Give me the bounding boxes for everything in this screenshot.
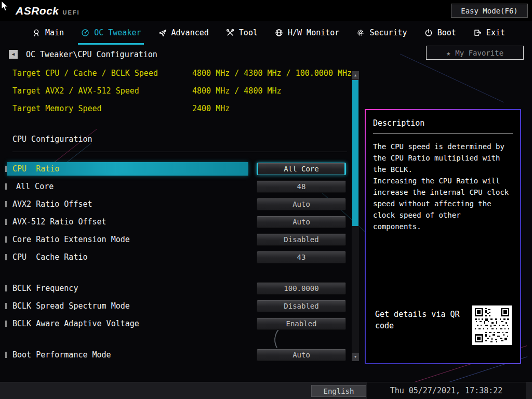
my-favorite-button[interactable]: ★ My Favorite [426, 46, 524, 60]
tab-label: Exit [486, 28, 505, 37]
scroll-down-button[interactable]: ▼ [352, 353, 359, 361]
setting-row-cpu-ratio[interactable]: CPU Ratio All Core [0, 162, 360, 176]
setting-label: CPU Ratio [12, 162, 59, 176]
item-marker-icon [5, 219, 7, 225]
uefi-screen: ASRock UEFI Easy Mode(F6) Main OC Tweake… [0, 0, 532, 399]
gear-icon [356, 29, 365, 37]
rocket-icon [158, 29, 167, 37]
asrock-logo: ASRock UEFI [16, 5, 80, 17]
scrollbar[interactable]: ▲ ▼ [352, 71, 359, 361]
my-favorite-label: My Favorite [455, 49, 503, 57]
tab-advanced[interactable]: Advanced [158, 21, 209, 45]
target-value: 2400 MHz [192, 103, 230, 114]
setting-row-core-ratio-extension-mode[interactable]: Core Ratio Extension Mode Disabled [0, 233, 360, 246]
setting-value-button[interactable]: 100.0000 [257, 282, 346, 295]
mouse-cursor [1, 1, 10, 11]
tab-label: OC Tweaker [94, 28, 141, 37]
tab-label: H/W Monitor [288, 28, 339, 37]
setting-row-all-core[interactable]: All Core 48 [0, 180, 360, 193]
target-label: Target AVX2 / AVX-512 Speed [12, 86, 139, 96]
setting-label: Boot Performance Mode [12, 348, 111, 362]
wrench-icon [226, 29, 234, 37]
item-marker-icon [5, 285, 7, 291]
setting-row-bclk-frequency[interactable]: BCLK Frequency 100.0000 [0, 282, 360, 295]
description-title: Description [373, 118, 513, 128]
breadcrumb: OC Tweaker\CPU Configuration [26, 50, 157, 59]
setting-label: BCLK Aware Adaptive Voltage [12, 317, 139, 330]
qr-section: Get details via QR code [375, 305, 512, 345]
item-marker-icon [5, 183, 7, 190]
tab-tool[interactable]: Tool [226, 21, 258, 45]
setting-value-button[interactable]: 48 [257, 180, 346, 193]
status-bar: English Thu 05/27/2021, 17:38:22 [0, 382, 532, 399]
power-icon [424, 29, 433, 37]
target-speeds: Target CPU / Cache / BCLK Speed 4800 MHz… [12, 68, 355, 121]
target-row-cpu: Target CPU / Cache / BCLK Speed 4800 MHz… [12, 68, 355, 86]
tab-main[interactable]: Main [32, 21, 64, 45]
setting-row-avx512-ratio-offset[interactable]: AVX-512 Ratio Offset Auto [0, 215, 360, 229]
uefi-text: UEFI [63, 9, 80, 16]
tab-oc-tweaker[interactable]: OC Tweaker [81, 21, 141, 45]
gauge-icon [81, 29, 89, 37]
setting-row-boot-performance-mode[interactable]: Boot Performance Mode Auto [0, 348, 360, 362]
setting-value-button[interactable]: Disabled [257, 233, 346, 246]
setting-value-button[interactable]: 43 [257, 251, 346, 263]
target-value: 4800 MHz / 4300 MHz / 100.0000 MHz [192, 68, 352, 78]
tab-exit[interactable]: Exit [473, 21, 505, 45]
setting-value-button[interactable]: Auto [257, 349, 346, 361]
description-divider [373, 134, 513, 134]
setting-label: All Core [16, 180, 54, 193]
setting-row-bclk-spread-spectrum-mode[interactable]: BCLK Spread Spectrum Mode Disabled [0, 299, 360, 313]
medal-icon [32, 29, 41, 37]
setting-label: Core Ratio Extension Mode [12, 233, 130, 246]
back-button[interactable]: ◀ [9, 50, 18, 59]
setting-label: AVX2 Ratio Offset [12, 197, 92, 211]
setting-value-button[interactable]: Enabled [257, 317, 346, 330]
setting-label: BCLK Spread Spectrum Mode [12, 299, 130, 313]
setting-label: AVX-512 Ratio Offset [12, 215, 107, 229]
tab-hw-monitor[interactable]: H/W Monitor [275, 21, 339, 45]
setting-label: BCLK Frequency [12, 282, 78, 295]
datetime-display: Thu 05/27/2021, 17:38:22 [367, 382, 526, 399]
brand-text: ASRock [16, 5, 59, 17]
tab-label: Main [45, 28, 64, 37]
setting-value-button[interactable]: Auto [257, 198, 346, 210]
setting-label: CPU Cache Ratio [12, 250, 88, 264]
setting-row-bclk-aware-adaptive-voltage[interactable]: BCLK Aware Adaptive Voltage Enabled [0, 317, 360, 330]
item-marker-icon [5, 352, 7, 358]
target-label: Target Memory Speed [12, 103, 102, 114]
item-marker-icon [5, 321, 7, 327]
qr-code [472, 305, 512, 345]
section-title: CPU Configuration [12, 135, 92, 144]
item-marker-icon [5, 166, 7, 172]
tab-label: Tool [239, 28, 258, 37]
setting-value-button[interactable]: Disabled [257, 300, 346, 312]
tab-label: Advanced [171, 28, 209, 37]
tab-security[interactable]: Security [356, 21, 407, 45]
star-icon: ★ [446, 49, 450, 57]
target-value: 4800 MHz / 4800 MHz [192, 86, 282, 96]
tab-label: Boot [437, 28, 456, 37]
top-bar: ASRock UEFI Easy Mode(F6) [0, 0, 532, 21]
setting-value-button[interactable]: All Core [257, 163, 346, 175]
language-button[interactable]: English [311, 385, 366, 397]
setting-value-button[interactable]: Auto [257, 216, 346, 228]
target-row-memory: Target Memory Speed 2400 MHz [12, 103, 355, 121]
exit-icon [473, 29, 482, 37]
scroll-thumb[interactable] [352, 80, 358, 226]
scroll-up-button[interactable]: ▲ [352, 71, 359, 79]
easy-mode-button[interactable]: Easy Mode(F6) [451, 4, 528, 18]
item-marker-icon [5, 303, 7, 309]
section-divider [12, 152, 347, 152]
setting-row-cpu-cache-ratio[interactable]: CPU Cache Ratio 43 [0, 250, 360, 264]
tab-boot[interactable]: Boot [424, 21, 456, 45]
target-label: Target CPU / Cache / BCLK Speed [12, 68, 158, 78]
main-nav: Main OC Tweaker Advanced Tool H/W Monito… [0, 21, 532, 45]
item-marker-icon [5, 201, 7, 207]
item-marker-icon [5, 254, 7, 260]
qr-caption: Get details via QR code [375, 309, 460, 345]
description-panel: Description The CPU speed is determined … [365, 109, 521, 364]
setting-row-avx2-ratio-offset[interactable]: AVX2 Ratio Offset Auto [0, 197, 360, 211]
target-row-avx: Target AVX2 / AVX-512 Speed 4800 MHz / 4… [12, 86, 355, 103]
tab-label: Security [369, 28, 407, 37]
